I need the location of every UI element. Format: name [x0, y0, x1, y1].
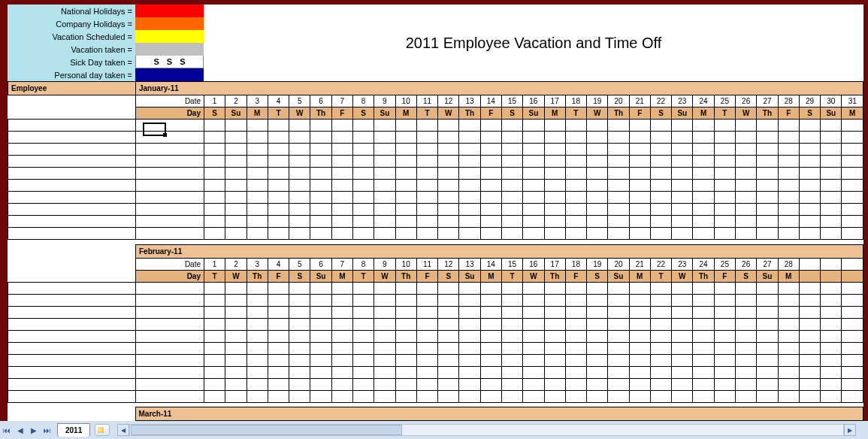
data-cell[interactable]	[650, 228, 671, 240]
data-cell[interactable]	[693, 282, 714, 294]
dayname-cell[interactable]: M	[480, 270, 501, 282]
data-cell[interactable]	[629, 132, 650, 144]
data-cell[interactable]	[565, 168, 586, 180]
data-cell[interactable]	[395, 120, 416, 132]
data-cell[interactable]	[395, 378, 416, 390]
data-cell[interactable]	[608, 354, 629, 366]
data-cell[interactable]	[374, 330, 395, 342]
employee-cell[interactable]	[8, 180, 136, 192]
data-cell[interactable]	[438, 306, 459, 318]
data-cell[interactable]	[459, 390, 480, 402]
data-cell[interactable]	[225, 204, 246, 216]
data-cell[interactable]	[438, 282, 459, 294]
dayname-cell[interactable]: W	[736, 107, 757, 120]
data-cell[interactable]	[331, 306, 352, 318]
data-cell[interactable]	[736, 144, 757, 156]
employee-cell[interactable]	[8, 330, 136, 342]
data-cell[interactable]	[204, 390, 225, 402]
data-cell[interactable]	[565, 192, 586, 204]
data-cell[interactable]	[310, 378, 331, 390]
employee-cell[interactable]	[8, 228, 136, 240]
data-cell[interactable]	[438, 342, 459, 354]
data-cell[interactable]	[650, 318, 671, 330]
data-cell[interactable]	[714, 390, 735, 402]
dayname-cell[interactable]: M	[544, 107, 565, 120]
dayname-cell[interactable]: T	[268, 107, 289, 120]
dayname-cell[interactable]: S	[289, 270, 310, 282]
data-cell[interactable]	[480, 318, 501, 330]
date-cell[interactable]: 14	[480, 258, 501, 270]
data-cell[interactable]	[587, 366, 608, 378]
data-row[interactable]	[8, 282, 863, 294]
data-cell[interactable]	[310, 228, 331, 240]
data-cell[interactable]	[438, 144, 459, 156]
data-cell[interactable]	[310, 342, 331, 354]
data-cell[interactable]	[778, 294, 799, 306]
data-cell[interactable]	[821, 204, 842, 216]
employee-cell[interactable]	[8, 342, 136, 354]
data-cell[interactable]	[268, 342, 289, 354]
data-cell[interactable]	[544, 330, 565, 342]
data-cell[interactable]	[523, 120, 544, 132]
data-cell[interactable]	[225, 168, 246, 180]
data-cell[interactable]	[650, 354, 671, 366]
data-cell[interactable]	[374, 228, 395, 240]
date-cell[interactable]: 17	[544, 258, 565, 270]
data-cell[interactable]	[544, 228, 565, 240]
date-cell[interactable]: 31	[842, 95, 863, 107]
data-cell[interactable]	[799, 318, 820, 330]
date-cell[interactable]: 27	[757, 95, 778, 107]
data-cell[interactable]	[416, 354, 437, 366]
dayname-cell[interactable]: Th	[246, 270, 268, 282]
data-cell[interactable]	[565, 120, 586, 132]
data-cell[interactable]	[438, 318, 459, 330]
data-row[interactable]	[8, 354, 863, 366]
data-cell[interactable]	[438, 192, 459, 204]
data-cell[interactable]	[842, 330, 863, 342]
data-cell[interactable]	[501, 306, 522, 318]
data-cell[interactable]	[310, 132, 331, 144]
data-cell[interactable]	[352, 180, 374, 192]
dayname-cell[interactable]: S	[736, 270, 757, 282]
data-cell[interactable]	[544, 354, 565, 366]
data-cell[interactable]	[693, 330, 714, 342]
data-cell[interactable]	[842, 156, 863, 168]
dayname-cell[interactable]: T	[416, 107, 437, 120]
data-cell[interactable]	[480, 390, 501, 402]
data-cell[interactable]	[289, 228, 310, 240]
data-cell[interactable]	[799, 378, 820, 390]
dayname-cell[interactable]: M	[395, 107, 416, 120]
data-cell[interactable]	[693, 378, 714, 390]
date-cell[interactable]: 12	[438, 95, 459, 107]
row-label-cell[interactable]	[136, 306, 204, 318]
data-cell[interactable]	[778, 216, 799, 228]
data-cell[interactable]	[459, 192, 480, 204]
data-cell[interactable]	[672, 330, 693, 342]
dayname-cell[interactable]: Th	[395, 270, 416, 282]
employee-cell[interactable]	[8, 294, 136, 306]
data-cell[interactable]	[799, 330, 820, 342]
data-cell[interactable]	[459, 318, 480, 330]
data-cell[interactable]	[416, 216, 437, 228]
data-cell[interactable]	[246, 216, 268, 228]
date-cell[interactable]	[842, 258, 863, 270]
data-cell[interactable]	[629, 204, 650, 216]
data-cell[interactable]	[629, 354, 650, 366]
dayname-cell[interactable]: M	[778, 270, 799, 282]
data-row[interactable]	[8, 366, 863, 378]
date-cell[interactable]: 28	[778, 95, 799, 107]
date-cell[interactable]: 11	[416, 95, 437, 107]
data-cell[interactable]	[289, 216, 310, 228]
data-cell[interactable]	[650, 282, 671, 294]
data-cell[interactable]	[672, 156, 693, 168]
employee-cell[interactable]	[8, 132, 136, 144]
data-cell[interactable]	[374, 120, 395, 132]
data-cell[interactable]	[438, 204, 459, 216]
data-cell[interactable]	[374, 168, 395, 180]
row-label-cell[interactable]	[136, 216, 204, 228]
data-cell[interactable]	[587, 228, 608, 240]
data-cell[interactable]	[352, 216, 374, 228]
data-cell[interactable]	[778, 354, 799, 366]
date-cell[interactable]: 20	[608, 258, 629, 270]
data-cell[interactable]	[310, 204, 331, 216]
